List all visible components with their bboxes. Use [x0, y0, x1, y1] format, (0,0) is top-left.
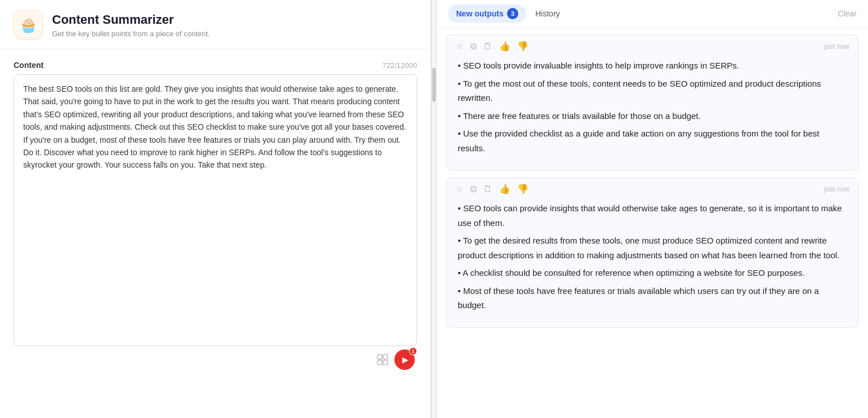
submit-badge: 1	[409, 347, 417, 355]
thumbup-icon[interactable]: 👍	[499, 184, 510, 194]
svg-rect-3	[383, 360, 388, 365]
svg-rect-0	[377, 355, 382, 359]
card-time: just now	[824, 185, 849, 193]
bullet-point: • Most of these tools have free features…	[458, 284, 847, 313]
copy-icon[interactable]: ⧉	[470, 184, 476, 194]
tab-new-outputs[interactable]: New outputs 3	[448, 5, 526, 23]
right-header: New outputs 3 History Clear	[437, 0, 868, 28]
content-input[interactable]	[14, 74, 417, 346]
app-info: Content Summarizer Get the key bullet po…	[52, 12, 210, 38]
left-content: Content 722/12000 ▶ 1	[0, 49, 431, 418]
bullet-point: • A checklist should be consulted for re…	[458, 266, 847, 280]
app-title: Content Summarizer	[52, 12, 210, 27]
app-icon: 🧁	[14, 10, 43, 40]
bullet-point: • There are free features or trials avai…	[458, 109, 847, 123]
svg-rect-1	[383, 355, 388, 359]
clear-button[interactable]: Clear	[838, 9, 857, 18]
card-time: just now	[824, 42, 849, 50]
card-body: • SEO tools provide invaluable insights …	[446, 56, 858, 170]
field-header: Content 722/12000	[14, 61, 417, 70]
star-icon[interactable]: ☆	[456, 184, 463, 194]
save-icon[interactable]: 🗒	[483, 184, 492, 194]
submit-button[interactable]: ▶ 1	[394, 349, 415, 370]
output-card: ☆⧉🗒👍👎just now• SEO tools provide invalua…	[446, 35, 859, 170]
scrollbar-divider[interactable]	[431, 0, 437, 418]
bullet-point: • SEO tools provide invaluable insights …	[458, 58, 847, 73]
thumbdown-icon[interactable]: 👎	[517, 184, 528, 194]
copy-icon[interactable]: ⧉	[470, 41, 476, 52]
left-panel: 🧁 Content Summarizer Get the key bullet …	[0, 0, 431, 418]
scroll-thumb	[432, 68, 436, 102]
bullet-point: • To get the desired results from these …	[458, 233, 847, 262]
card-toolbar: ☆⧉🗒👍👎just now	[446, 35, 858, 56]
new-outputs-label: New outputs	[456, 9, 504, 18]
template-icon[interactable]	[375, 352, 390, 367]
thumbdown-icon[interactable]: 👎	[517, 41, 528, 52]
char-count: 722/12000	[383, 61, 417, 70]
right-content: ☆⧉🗒👍👎just now• SEO tools provide invalua…	[437, 28, 868, 418]
star-icon[interactable]: ☆	[456, 41, 463, 52]
bullet-point: • To get the most out of these tools, co…	[458, 76, 847, 105]
save-icon[interactable]: 🗒	[483, 41, 492, 52]
svg-rect-2	[377, 360, 382, 365]
card-body: • SEO tools can provide insights that wo…	[446, 199, 858, 327]
app-header: 🧁 Content Summarizer Get the key bullet …	[0, 0, 431, 49]
bullet-point: • SEO tools can provide insights that wo…	[458, 201, 847, 230]
content-label: Content	[14, 61, 44, 70]
play-icon: ▶	[402, 355, 409, 364]
tab-history[interactable]: History	[526, 6, 569, 22]
right-panel: New outputs 3 History Clear ☆⧉🗒👍👎just no…	[437, 0, 868, 418]
card-toolbar: ☆⧉🗒👍👎just now	[446, 178, 858, 199]
new-outputs-badge: 3	[507, 8, 518, 19]
bullet-point: • Use the provided checklist as a guide …	[458, 126, 847, 155]
textarea-footer: ▶ 1	[14, 349, 417, 370]
thumbup-icon[interactable]: 👍	[499, 41, 510, 52]
output-card: ☆⧉🗒👍👎just now• SEO tools can provide ins…	[446, 177, 859, 328]
app-subtitle: Get the key bullet points from a piece o…	[52, 29, 210, 38]
